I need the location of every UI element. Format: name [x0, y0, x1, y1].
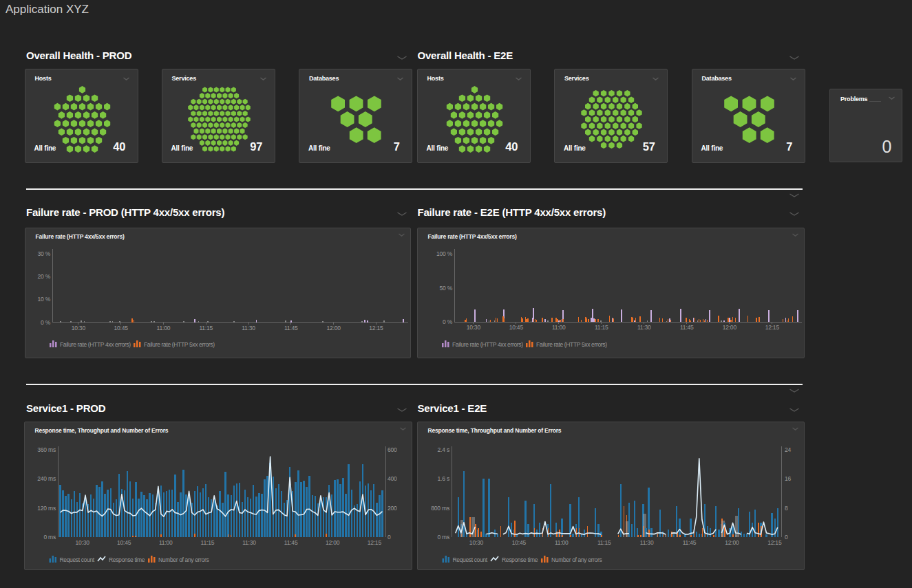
svg-text:Response time: Response time [109, 556, 145, 563]
svg-text:11:45: 11:45 [683, 539, 697, 546]
svg-text:10:45: 10:45 [114, 325, 128, 331]
svg-text:24: 24 [785, 446, 792, 453]
svg-text:12:15: 12:15 [765, 324, 780, 331]
svg-text:12:15: 12:15 [369, 325, 383, 331]
svg-text:Failure rate (HTTP 4xx errors): Failure rate (HTTP 4xx errors) [60, 341, 131, 348]
svg-text:12:15: 12:15 [767, 539, 782, 546]
svg-text:Request count: Request count [453, 556, 488, 563]
svg-text:11:45: 11:45 [284, 539, 298, 546]
svg-text:16: 16 [785, 475, 792, 482]
svg-text:10:30: 10:30 [467, 324, 481, 331]
svg-text:11:15: 11:15 [595, 324, 608, 331]
svg-text:8: 8 [785, 505, 788, 512]
svg-text:0: 0 [388, 534, 391, 541]
svg-text:30 %: 30 % [37, 250, 50, 257]
svg-text:11:00: 11:00 [159, 539, 173, 546]
svg-text:Failure rate (HTTP 5xx errors): Failure rate (HTTP 5xx errors) [144, 341, 215, 348]
svg-text:800 ms: 800 ms [431, 505, 449, 512]
svg-text:240 ms: 240 ms [37, 475, 56, 482]
svg-text:0 ms: 0 ms [437, 534, 449, 541]
svg-text:11:15: 11:15 [199, 325, 213, 331]
svg-text:11:30: 11:30 [640, 539, 654, 546]
svg-text:11:00: 11:00 [157, 325, 171, 331]
svg-text:11:00: 11:00 [552, 324, 566, 331]
svg-text:Number of any errors: Number of any errors [551, 556, 602, 563]
svg-text:11:30: 11:30 [637, 324, 651, 331]
svg-text:0 %: 0 % [443, 318, 453, 325]
svg-text:10:45: 10:45 [117, 539, 131, 546]
svg-text:12:15: 12:15 [368, 539, 382, 546]
svg-text:12:00: 12:00 [725, 539, 739, 546]
svg-text:12:00: 12:00 [723, 324, 737, 331]
svg-text:Number of any errors: Number of any errors [158, 556, 209, 563]
svg-text:Request count: Request count [60, 556, 95, 563]
svg-text:12:00: 12:00 [326, 539, 340, 546]
svg-text:0 ms: 0 ms [43, 534, 56, 541]
svg-text:11:15: 11:15 [597, 539, 611, 546]
svg-text:20 %: 20 % [37, 273, 50, 280]
svg-text:600: 600 [388, 446, 397, 453]
svg-text:50 %: 50 % [439, 285, 452, 292]
svg-text:1.6 s: 1.6 s [438, 475, 449, 482]
svg-text:120 ms: 120 ms [37, 505, 56, 512]
svg-text:10:30: 10:30 [469, 539, 484, 546]
svg-text:2.4 s: 2.4 s [438, 446, 449, 453]
svg-text:Failure rate (HTTP 5xx errors): Failure rate (HTTP 5xx errors) [536, 341, 607, 348]
svg-text:11:00: 11:00 [555, 539, 569, 546]
svg-text:10:45: 10:45 [509, 324, 524, 331]
svg-text:400: 400 [388, 475, 397, 482]
svg-text:360 ms: 360 ms [37, 446, 56, 453]
svg-text:200: 200 [388, 505, 397, 512]
svg-text:11:45: 11:45 [284, 325, 298, 331]
svg-text:100 %: 100 % [436, 250, 453, 257]
svg-text:12:00: 12:00 [326, 325, 341, 331]
svg-text:0: 0 [785, 534, 788, 541]
svg-text:Failure rate (HTTP 4xx errors): Failure rate (HTTP 4xx errors) [452, 341, 523, 348]
svg-text:11:45: 11:45 [680, 324, 694, 331]
svg-text:10:45: 10:45 [512, 539, 527, 546]
svg-text:10 %: 10 % [37, 296, 50, 303]
svg-text:11:15: 11:15 [201, 539, 215, 546]
svg-text:10:30: 10:30 [75, 539, 89, 546]
svg-text:Response time: Response time [502, 556, 538, 563]
svg-text:0 %: 0 % [41, 319, 51, 326]
svg-text:10:30: 10:30 [72, 325, 86, 331]
svg-text:11:30: 11:30 [242, 539, 256, 546]
svg-text:11:30: 11:30 [242, 325, 255, 331]
